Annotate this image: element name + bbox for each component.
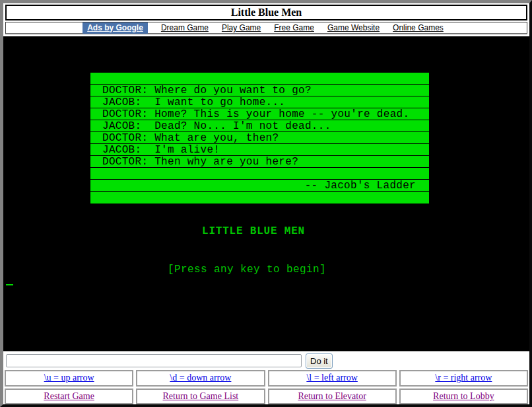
cell-left-arrow[interactable]: \l = left arrow bbox=[268, 370, 397, 387]
do-it-button[interactable]: Do it bbox=[306, 353, 333, 369]
quote-row bbox=[90, 192, 429, 204]
ad-link-dream-game[interactable]: Dream Game bbox=[161, 23, 209, 32]
quote-row: JACOB: I'm alive! bbox=[90, 144, 429, 156]
ad-link-play-game[interactable]: Play Game bbox=[222, 23, 261, 32]
down-arrow-link[interactable]: \d = down arrow bbox=[170, 373, 231, 383]
quote-row: DOCTOR: Home? This is your home -- you'r… bbox=[90, 108, 429, 120]
quote-attribution-row: -- Jacob's Ladder bbox=[90, 180, 429, 192]
game-screen: DOCTOR: Where do you want to go? JACOB: … bbox=[3, 36, 529, 351]
quote-row bbox=[90, 168, 429, 180]
cell-return-game-list[interactable]: Return to Game List bbox=[136, 388, 265, 405]
up-arrow-link[interactable]: \u = up arrow bbox=[44, 373, 94, 383]
return-to-game-list-link[interactable]: Return to Game List bbox=[163, 391, 239, 402]
cell-right-arrow[interactable]: \r = right arrow bbox=[399, 370, 528, 387]
dialogue-quote-box: DOCTOR: Where do you want to go? JACOB: … bbox=[90, 73, 429, 204]
ad-link-game-website[interactable]: Game Website bbox=[327, 23, 380, 32]
quote-row bbox=[90, 73, 429, 85]
cell-down-arrow[interactable]: \d = down arrow bbox=[136, 370, 265, 387]
quote-row: JACOB: Dead? No... I'm not dead... bbox=[90, 120, 429, 132]
link-table: \u = up arrow \d = down arrow \l = left … bbox=[5, 370, 528, 404]
cell-return-lobby[interactable]: Return to Lobby bbox=[399, 388, 528, 405]
ads-by-google-badge[interactable]: Ads by Google bbox=[83, 22, 148, 34]
left-arrow-link[interactable]: \l = left arrow bbox=[306, 373, 357, 383]
page-title-bar: Little Blue Men bbox=[5, 5, 527, 20]
return-to-lobby-link[interactable]: Return to Lobby bbox=[433, 391, 494, 402]
cell-restart-game[interactable]: Restart Game bbox=[5, 388, 133, 405]
command-input[interactable] bbox=[6, 354, 302, 367]
return-to-elevator-link[interactable]: Return to Elevator bbox=[298, 391, 366, 402]
game-title: LITTLE BLUE MEN bbox=[202, 225, 305, 237]
page-title: Little Blue Men bbox=[231, 7, 302, 18]
press-key-prompt: [Press any key to begin] bbox=[168, 264, 326, 276]
cell-up-arrow[interactable]: \u = up arrow bbox=[5, 370, 133, 387]
quote-row: DOCTOR: Then why are you here? bbox=[90, 156, 429, 168]
ad-link-online-games[interactable]: Online Games bbox=[393, 23, 444, 32]
right-arrow-link[interactable]: \r = right arrow bbox=[435, 373, 492, 383]
quote-row: JACOB: I want to go home... bbox=[90, 96, 429, 108]
quote-row: DOCTOR: What are you, then? bbox=[90, 132, 429, 144]
browser-page: Little Blue Men Ads by Google Dream Game… bbox=[0, 0, 532, 407]
command-bar: Do it bbox=[3, 351, 529, 369]
restart-game-link[interactable]: Restart Game bbox=[44, 391, 94, 402]
terminal-cursor bbox=[6, 284, 13, 285]
ad-bar: Ads by Google Dream Game Play Game Free … bbox=[5, 22, 527, 34]
cell-return-elevator[interactable]: Return to Elevator bbox=[268, 388, 397, 405]
quote-row: DOCTOR: Where do you want to go? bbox=[90, 85, 429, 96]
ad-link-free-game[interactable]: Free Game bbox=[274, 23, 314, 32]
